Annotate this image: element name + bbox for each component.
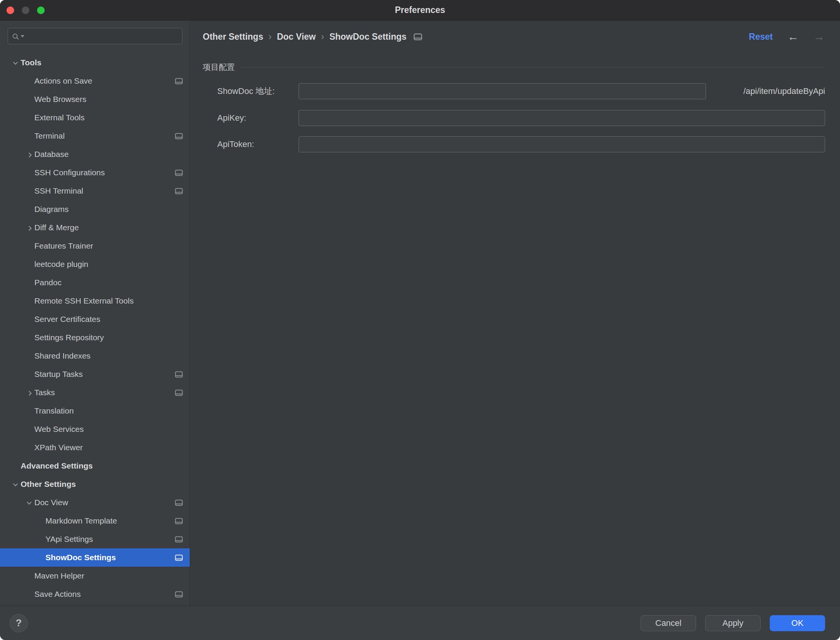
settings-tree: Tools Actions on Save Web Browsers Exter… [0, 53, 190, 603]
sidebar-item-other-settings[interactable]: Other Settings [0, 475, 190, 493]
sidebar-item-leetcode-plugin[interactable]: leetcode plugin [0, 255, 190, 273]
section-divider [241, 67, 825, 68]
apply-button[interactable]: Apply [705, 615, 761, 631]
screen-icon [414, 33, 422, 40]
search-icon[interactable] [13, 34, 18, 39]
screen-icon [175, 591, 183, 598]
screen-icon [175, 554, 183, 561]
forward-arrow-icon: → [813, 31, 825, 42]
sidebar-item-database[interactable]: Database [0, 145, 190, 163]
sidebar-item-actions-on-save[interactable]: Actions on Save [0, 72, 190, 90]
breadcrumb-separator: › [321, 32, 324, 42]
sidebar-item-pandoc[interactable]: Pandoc [0, 273, 190, 292]
back-arrow-icon[interactable]: ← [787, 31, 799, 42]
chevron-right-icon[interactable] [27, 391, 32, 396]
history-nav: Reset ← → [749, 31, 825, 42]
help-button[interactable]: ? [10, 614, 28, 632]
section-project-config: 项目配置 [203, 60, 825, 74]
sidebar-item-external-tools[interactable]: External Tools [0, 108, 190, 127]
screen-icon [175, 133, 183, 139]
sidebar-item-terminal[interactable]: Terminal [0, 127, 190, 145]
field-row-showdoc-url: ShowDoc 地址: /api/item/updateByApi [191, 83, 825, 99]
sidebar-item-web-browsers[interactable]: Web Browsers [0, 90, 190, 108]
apikey-input[interactable] [299, 110, 825, 126]
screen-icon [175, 170, 183, 176]
cancel-button[interactable]: Cancel [641, 615, 696, 631]
sidebar-item-startup-tasks[interactable]: Startup Tasks [0, 365, 190, 383]
screen-icon [175, 371, 183, 378]
sidebar-item-markdown-template[interactable]: Markdown Template [0, 512, 190, 530]
sidebar-item-ssh-configurations[interactable]: SSH Configurations [0, 163, 190, 182]
chevron-right-icon[interactable] [27, 152, 32, 157]
title-bar: Preferences [0, 0, 840, 21]
preferences-window: Preferences Tools Actions on Save Web Br… [0, 0, 840, 640]
chevron-right-icon[interactable] [27, 226, 32, 231]
apikey-label: ApiKey: [217, 113, 246, 123]
screen-icon [175, 518, 183, 524]
sidebar-item-server-certificates[interactable]: Server Certificates [0, 310, 190, 328]
screen-icon [175, 499, 183, 506]
sidebar-item-yapi-settings[interactable]: YApi Settings [0, 530, 190, 548]
search-input[interactable] [27, 32, 178, 41]
section-title: 项目配置 [203, 62, 235, 73]
window-title: Preferences [395, 5, 445, 15]
footer-buttons: Cancel Apply OK [641, 615, 825, 631]
sidebar-item-translation[interactable]: Translation [0, 402, 190, 420]
sidebar-item-showdoc-settings[interactable]: ShowDoc Settings [0, 548, 190, 567]
sidebar-item-web-services[interactable]: Web Services [0, 420, 190, 438]
field-row-apikey: ApiKey: [191, 110, 825, 126]
screen-icon [175, 78, 183, 84]
breadcrumb-other-settings[interactable]: Other Settings [203, 32, 263, 42]
apitoken-label: ApiToken: [217, 139, 254, 149]
breadcrumb-doc-view[interactable]: Doc View [277, 32, 316, 42]
sidebar-item-tasks[interactable]: Tasks [0, 383, 190, 402]
search-history-caret-icon[interactable] [21, 35, 24, 37]
sidebar-item-features-trainer[interactable]: Features Trainer [0, 237, 190, 255]
breadcrumb-showdoc-settings[interactable]: ShowDoc Settings [330, 32, 407, 42]
sidebar-item-tools[interactable]: Tools [0, 53, 190, 72]
sidebar-item-maven-helper[interactable]: Maven Helper [0, 567, 190, 585]
zoom-button[interactable] [37, 6, 45, 14]
sidebar-item-doc-view[interactable]: Doc View [0, 493, 190, 512]
screen-icon [175, 389, 183, 396]
sidebar-item-diff-merge[interactable]: Diff & Merge [0, 218, 190, 237]
field-row-apitoken: ApiToken: [191, 136, 825, 152]
showdoc-url-label: ShowDoc 地址: [217, 86, 275, 97]
sidebar-item-advanced-settings[interactable]: Advanced Settings [0, 457, 190, 475]
breadcrumb-separator: › [268, 32, 271, 42]
sidebar-item-settings-repository[interactable]: Settings Repository [0, 328, 190, 347]
breadcrumb: Other Settings › Doc View › ShowDoc Sett… [203, 28, 825, 45]
chevron-down-icon[interactable] [27, 499, 32, 504]
close-button[interactable] [6, 6, 14, 14]
settings-sidebar: Tools Actions on Save Web Browsers Exter… [0, 21, 190, 605]
sidebar-item-shared-indexes[interactable]: Shared Indexes [0, 347, 190, 365]
dialog-footer: ? Cancel Apply OK [0, 606, 840, 640]
chevron-down-icon[interactable] [13, 481, 18, 486]
sidebar-item-xpath-viewer[interactable]: XPath Viewer [0, 438, 190, 457]
api-path-suffix: /api/item/updateByApi [743, 86, 825, 96]
sidebar-item-ssh-terminal[interactable]: SSH Terminal [0, 182, 190, 200]
sidebar-item-save-actions[interactable]: Save Actions [0, 585, 190, 603]
sidebar-item-remote-ssh-external-tools[interactable]: Remote SSH External Tools [0, 292, 190, 310]
screen-icon [175, 188, 183, 194]
sidebar-item-diagrams[interactable]: Diagrams [0, 200, 190, 218]
showdoc-url-input[interactable] [299, 83, 706, 99]
settings-content: Other Settings › Doc View › ShowDoc Sett… [191, 21, 840, 605]
ok-button[interactable]: OK [770, 615, 825, 631]
traffic-lights [6, 6, 45, 14]
minimize-button [22, 6, 29, 14]
screen-icon [175, 536, 183, 543]
settings-search-box[interactable] [8, 28, 183, 44]
reset-link[interactable]: Reset [749, 32, 773, 42]
apitoken-input[interactable] [299, 136, 825, 152]
chevron-down-icon[interactable] [13, 60, 18, 65]
